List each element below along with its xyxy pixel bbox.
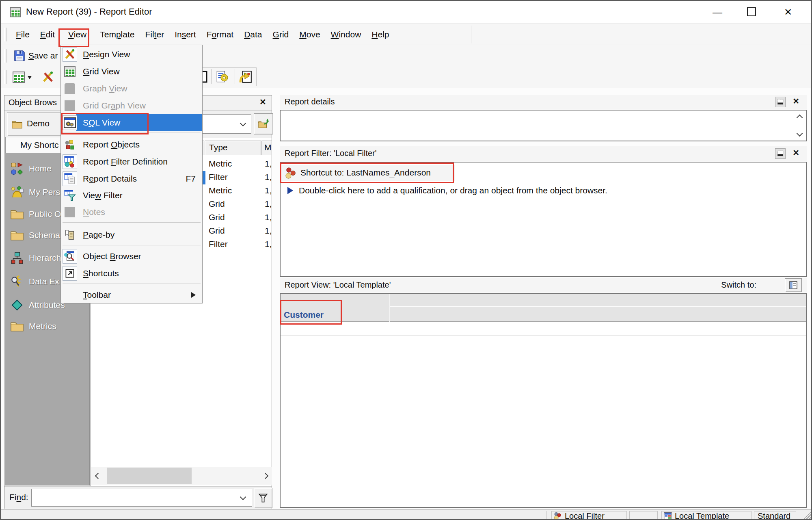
up-one-level-button[interactable] — [254, 113, 273, 134]
switch-view-button[interactable] — [785, 278, 802, 292]
report-editor-window: New Report (39) - Report Editor — ✕ File… — [0, 0, 812, 520]
menu-file[interactable]: File — [11, 30, 35, 39]
menu-help[interactable]: Help — [366, 30, 394, 39]
title-bar: New Report (39) - Report Editor — ✕ — [1, 1, 811, 24]
report-details-content[interactable] — [280, 110, 807, 141]
grid-column-axis-bottom[interactable] — [390, 307, 806, 322]
sidebar-item-label: Data Ex — [29, 277, 59, 286]
personal-objects-icon — [10, 185, 24, 199]
chevron-down-icon[interactable] — [240, 120, 246, 127]
menu-item-report-details[interactable]: Report Details F7 — [61, 170, 202, 187]
toolbar-separator — [235, 69, 235, 84]
notes-icon — [63, 205, 77, 219]
sidebar-item-label: Home — [29, 164, 52, 173]
column-header-modified[interactable]: M — [261, 141, 272, 155]
annotation-box-customer — [280, 300, 342, 325]
status-bar: Local Filter Local Template Standard — [1, 509, 812, 520]
report-details-panel: Report details ✕ — [280, 95, 807, 141]
sidebar-item-metrics[interactable]: Metrics — [5, 317, 89, 335]
status-local-filter[interactable]: Local Filter — [551, 511, 627, 520]
panel-dock-icon[interactable] — [775, 97, 786, 107]
find-input[interactable] — [31, 489, 252, 507]
find-filter-button[interactable] — [254, 488, 272, 508]
grid-view-toolbar-icon[interactable] — [12, 71, 25, 86]
scrollbar-thumb[interactable] — [107, 468, 192, 484]
report-filter-title: Report Filter: 'Local Filter' — [285, 149, 377, 158]
menu-item-view-filter[interactable]: View Filter — [61, 187, 202, 204]
report-filter-close-icon[interactable]: ✕ — [793, 148, 799, 158]
column-header-type[interactable]: Type — [205, 141, 261, 155]
save-icon[interactable] — [13, 49, 26, 64]
local-filter-icon — [554, 512, 562, 520]
grid-graph-view-icon — [63, 98, 77, 113]
menu-item-design-view[interactable]: Design View — [61, 46, 202, 63]
close-button[interactable]: ✕ — [779, 3, 797, 21]
sidebar-item-label: Schema — [29, 230, 60, 240]
up-folder-icon — [257, 118, 270, 130]
menu-item-report-filter-definition[interactable]: Report Filter Definition — [61, 153, 202, 170]
report-details-toolbar-icon[interactable] — [215, 70, 229, 86]
object-browser-close-icon[interactable]: ✕ — [259, 97, 266, 107]
hierarchy-icon — [10, 251, 24, 265]
status-local-template[interactable]: Local Template — [661, 511, 752, 520]
chevron-down-icon[interactable] — [240, 494, 246, 500]
toolbar-separator — [211, 69, 212, 84]
statusbar-divider — [546, 511, 546, 520]
panel-dock-icon[interactable] — [775, 148, 786, 159]
menu-insert[interactable]: Insert — [169, 30, 201, 39]
scroll-left-icon[interactable] — [92, 468, 104, 484]
report-details-close-icon[interactable]: ✕ — [793, 96, 799, 106]
menu-edit[interactable]: Edit — [35, 30, 60, 39]
menu-separator — [63, 222, 201, 223]
menu-shortcut-f7: F7 — [186, 174, 196, 184]
menu-format[interactable]: Format — [201, 30, 239, 39]
grid-column-axis-top[interactable] — [390, 294, 806, 306]
menu-separator — [63, 245, 201, 245]
menu-filter[interactable]: Filter — [140, 30, 169, 39]
find-bar: Find: — [4, 486, 272, 509]
menu-move[interactable]: Move — [294, 30, 325, 39]
menu-item-grid-view[interactable]: Grid View — [61, 63, 202, 80]
menu-grid[interactable]: Grid — [268, 30, 294, 39]
sidebar-item-label: My Pers — [29, 187, 60, 197]
menu-template[interactable]: Template — [95, 30, 140, 39]
page-by-icon — [63, 228, 77, 242]
menu-item-object-browser[interactable]: Object Browser — [61, 248, 202, 265]
status-empty-section — [629, 511, 658, 520]
menu-item-toolbar[interactable]: Toolbar — [61, 286, 202, 303]
scroll-up-icon[interactable] — [797, 115, 803, 121]
annotation-box-filter-shortcut — [280, 162, 454, 183]
annotation-box-view-menu — [58, 28, 89, 47]
menu-separator — [63, 284, 201, 284]
filter-hint-text: Double-click here to add a qualification… — [299, 186, 607, 195]
menu-item-page-by[interactable]: Page-by — [61, 226, 202, 243]
menu-data[interactable]: Data — [239, 30, 267, 39]
toolbar-icon-group — [194, 67, 257, 86]
report-view-header: Report View: 'Local Template' Switch to: — [280, 278, 807, 292]
horizontal-scrollbar[interactable] — [91, 467, 272, 485]
view-mode-dropdown-arrow[interactable] — [28, 76, 32, 79]
toolbar2-grip[interactable] — [4, 70, 7, 84]
save-and-close-button[interactable]: Save ar — [28, 51, 58, 61]
scroll-down-icon[interactable] — [797, 130, 803, 137]
minimize-button[interactable]: — — [708, 3, 727, 21]
menu-window[interactable]: Window — [326, 30, 367, 39]
window-title: New Report (39) - Report Editor — [26, 6, 152, 17]
scroll-right-icon[interactable] — [259, 468, 271, 484]
filter-hint-row[interactable]: Double-click here to add a qualification… — [282, 184, 801, 198]
report-details-header: Report details ✕ — [280, 95, 807, 109]
report-view-panel: Report View: 'Local Template' Switch to:… — [280, 278, 807, 508]
home-icon — [10, 162, 24, 176]
graph-view-icon — [63, 81, 77, 96]
toolbar1-grip[interactable] — [4, 49, 7, 63]
design-view-icon — [63, 47, 77, 62]
maximize-button[interactable] — [747, 7, 756, 16]
export-toolbar-icon[interactable] — [239, 70, 253, 86]
menu-item-shortcuts[interactable]: Shortcuts — [61, 265, 202, 282]
resize-grip[interactable] — [803, 511, 811, 520]
menubar-band-edge — [471, 26, 471, 43]
app-grid-icon — [10, 6, 21, 18]
menu-item-report-objects[interactable]: Report Objects — [61, 136, 202, 153]
menubar-grip[interactable] — [4, 28, 7, 41]
design-view-toolbar-icon[interactable] — [41, 71, 54, 86]
